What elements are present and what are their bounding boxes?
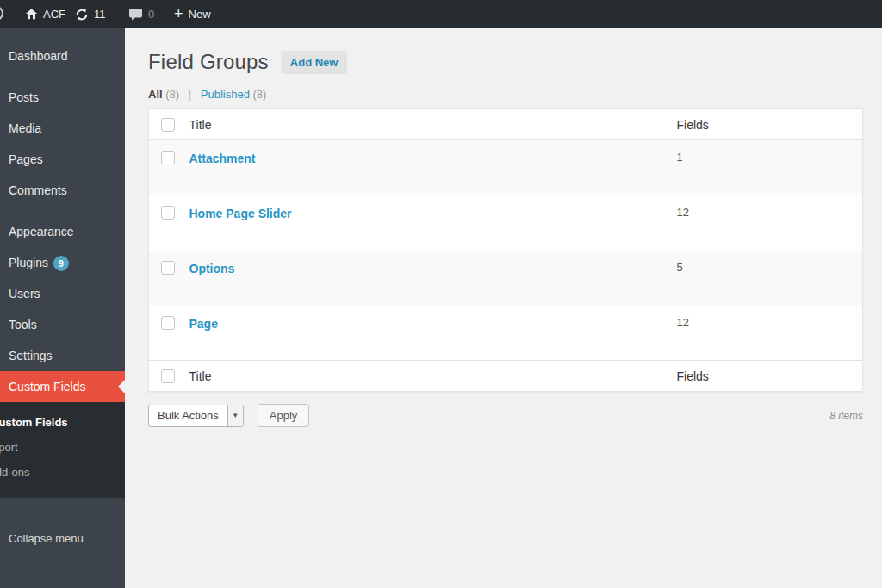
column-footer-fields: Fields: [676, 361, 863, 392]
sidebar-item-custom-fields[interactable]: Custom Fields: [0, 371, 125, 402]
wordpress-logo-icon[interactable]: [0, 6, 3, 21]
select-all-checkbox[interactable]: [161, 118, 175, 132]
fields-count: 12: [676, 195, 863, 251]
plugins-update-badge: 9: [53, 256, 69, 271]
submenu-item-label: Add-ons: [0, 460, 29, 485]
submenu-item-label: Export: [0, 435, 18, 460]
sidebar-item-posts[interactable]: Posts: [0, 82, 125, 113]
custom-fields-submenu: Custom Fields Export Add-ons: [0, 402, 125, 498]
apply-button[interactable]: Apply: [258, 404, 310, 427]
comment-bubble-icon: [128, 8, 143, 21]
admin-bar: ACF 11 0 + New: [0, 0, 882, 28]
plus-icon: +: [174, 6, 183, 22]
sidebar-item-users[interactable]: Users: [0, 278, 125, 309]
home-icon: [25, 8, 38, 21]
bulk-actions-bar: Bulk Actions ▼ Apply 8 items: [148, 404, 863, 427]
updates-icon: [75, 8, 89, 22]
select-all-checkbox[interactable]: [161, 369, 175, 383]
fields-count: 5: [676, 251, 863, 306]
sidebar-item-tools[interactable]: Tools: [0, 309, 125, 340]
row-checkbox[interactable]: [161, 206, 175, 220]
bulk-actions-selected-value: Bulk Actions: [149, 409, 227, 422]
updates-count: 11: [94, 8, 106, 21]
admin-sidebar: Dashboard Posts Media Pages Comments App…: [0, 28, 125, 588]
sidebar-item-pages[interactable]: Pages: [0, 144, 125, 175]
collapse-menu-button[interactable]: Collapse menu: [0, 526, 125, 552]
admin-menu: Dashboard Posts Media Pages Comments App…: [0, 28, 125, 402]
items-count: 8 items: [829, 410, 863, 422]
sidebar-item-label: Plugins: [9, 256, 48, 269]
column-header-fields: Fields: [676, 109, 863, 140]
sidebar-item-appearance[interactable]: Appearance: [0, 216, 125, 247]
site-name: ACF: [43, 8, 65, 21]
submenu-item-export[interactable]: Export: [0, 435, 125, 460]
comments-count: 0: [148, 8, 154, 21]
table-row: Attachment 1: [149, 140, 863, 195]
row-checkbox[interactable]: [161, 316, 175, 330]
page-title: Field Groups: [148, 50, 269, 74]
new-content-link[interactable]: + New: [174, 0, 211, 28]
submenu-item-custom-fields[interactable]: Custom Fields: [0, 410, 125, 435]
sidebar-item-comments[interactable]: Comments: [0, 175, 125, 206]
main-content: Field Groups Add New All (8) | Published…: [125, 28, 882, 588]
field-group-link[interactable]: Attachment: [189, 152, 256, 165]
sidebar-item-settings[interactable]: Settings: [0, 340, 125, 371]
updates-link[interactable]: 11: [75, 0, 106, 28]
comments-link[interactable]: 0: [128, 0, 154, 28]
column-header-title: Title: [189, 109, 676, 140]
chevron-down-icon: ▼: [227, 405, 243, 426]
bulk-actions-select[interactable]: Bulk Actions ▼: [148, 405, 244, 427]
fields-count: 1: [676, 140, 863, 195]
table-header-row: Title Fields: [149, 109, 863, 140]
table-footer-row: Title Fields: [149, 361, 863, 392]
table-row: Home Page Slider 12: [149, 195, 863, 251]
filter-all-link[interactable]: All: [148, 88, 163, 101]
sidebar-item-media[interactable]: Media: [0, 113, 125, 144]
submenu-item-add-ons[interactable]: Add-ons: [0, 460, 125, 485]
filter-published-link[interactable]: Published: [201, 88, 250, 101]
fields-count: 12: [676, 306, 863, 361]
row-checkbox[interactable]: [161, 261, 175, 275]
new-label: New: [189, 8, 211, 21]
column-footer-title: Title: [189, 361, 676, 392]
sidebar-item-plugins[interactable]: Plugins9: [0, 247, 125, 278]
filter-published-count: (8): [253, 88, 267, 101]
filter-separator: |: [189, 88, 191, 101]
table-row: Options 5: [149, 251, 863, 306]
row-checkbox[interactable]: [161, 151, 175, 164]
filter-all-count: (8): [165, 88, 179, 101]
sidebar-item-dashboard[interactable]: Dashboard: [0, 40, 125, 71]
add-new-button[interactable]: Add New: [281, 51, 348, 74]
field-groups-table: Title Fields Attachment 1 Home Page Slid…: [148, 108, 863, 392]
field-group-link[interactable]: Options: [189, 262, 235, 275]
field-group-link[interactable]: Page: [189, 317, 218, 331]
status-filters: All (8) | Published (8): [148, 88, 863, 101]
field-group-link[interactable]: Home Page Slider: [189, 207, 292, 220]
submenu-item-label: Custom Fields: [0, 410, 68, 435]
page-header: Field Groups Add New: [148, 50, 863, 74]
site-name-link[interactable]: ACF: [25, 0, 65, 28]
table-row: Page 12: [149, 306, 863, 361]
